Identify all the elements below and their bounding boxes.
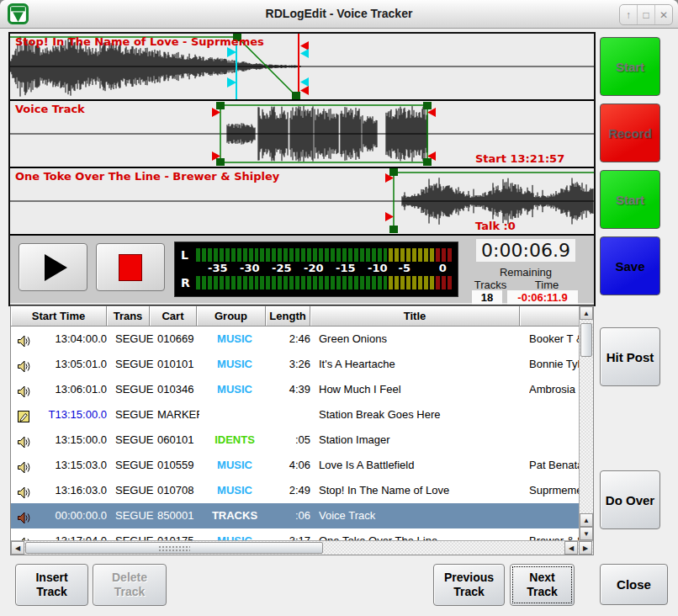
row-start-time: 00:00:00.0	[34, 503, 107, 528]
start-track3-button[interactable]: Start	[600, 170, 660, 229]
scroll-left-icon[interactable]: ◀	[11, 541, 24, 555]
time-remaining-value: -0:06:11.9	[507, 290, 578, 305]
row-artist: Suprmemes	[529, 478, 580, 503]
voice-tracker-panel: Stop! In The Name of Love - Suprmemes Vo…	[8, 32, 596, 306]
track-3-title: One Toke Over The Line - Brewer & Shiple…	[15, 170, 279, 183]
table-row[interactable]: 00:00:00.0 SEGUE 850001 TRACKS :06 Voice…	[11, 503, 580, 528]
row-type-icon	[17, 327, 34, 352]
hscroll-thumb[interactable]	[25, 542, 323, 554]
record-button[interactable]: Record	[600, 104, 660, 162]
row-cart: 060101	[157, 427, 199, 453]
window-shade-button[interactable]: ↑	[620, 5, 638, 24]
column-header-cart[interactable]: Cart	[150, 306, 197, 327]
row-type-icon	[17, 427, 34, 453]
horizontal-scrollbar[interactable]: ◀ ◀ ▶	[11, 540, 593, 555]
scroll-right-icon[interactable]: ▶	[579, 541, 592, 555]
table-row[interactable]: 13:16:03.0 SEGUE 010708 MUSIC 2:49 Stop!…	[11, 478, 580, 503]
row-length: 4:06	[263, 453, 310, 478]
close-button[interactable]: Close	[600, 564, 668, 605]
delete-track-button[interactable]: DeleteTrack	[93, 564, 167, 606]
stop-button[interactable]	[96, 243, 165, 291]
row-title: One Toke Over The Line	[319, 528, 526, 540]
row-cart: 010346	[157, 377, 199, 402]
start-track1-button[interactable]: Start	[600, 37, 660, 96]
vscroll-thumb[interactable]	[580, 323, 592, 357]
table-row[interactable]: 13:05:01.0 SEGUE 010101 MUSIC 3:26 It's …	[11, 352, 580, 377]
row-artist: Bonnie Tyle	[529, 352, 580, 377]
column-header-title[interactable]: Title	[310, 306, 520, 327]
time-remaining-label: Time	[513, 279, 580, 291]
row-start-time: T13:15:00.0	[34, 402, 107, 427]
row-length: 4:39	[263, 377, 310, 402]
row-group: IDENTS	[200, 427, 269, 453]
column-header-group[interactable]: Group	[197, 306, 266, 327]
row-group: MUSIC	[200, 352, 269, 377]
next-track-button[interactable]: NextTrack	[510, 564, 575, 606]
row-cart: 010175	[157, 528, 199, 540]
vu-left-label: L	[181, 248, 194, 262]
row-type-icon	[17, 402, 34, 427]
rdlogedit-voice-tracker-window: RDLogEdit - Voice Tracker ↑ □ ✕	[0, 0, 678, 616]
column-header-artist[interactable]	[520, 306, 580, 327]
row-trans: SEGUE	[115, 503, 156, 528]
row-artist	[529, 427, 580, 453]
log-event-table: Start Time Trans Cart Group Length Title…	[10, 305, 594, 555]
waveform-track-voice[interactable]: Voice Track Start 13:21:57	[10, 101, 594, 168]
row-start-time: 13:16:03.0	[34, 478, 107, 503]
row-trans: SEGUE	[115, 528, 156, 540]
tracks-remaining-value: 18	[472, 290, 502, 305]
row-group: MUSIC	[200, 377, 269, 402]
scroll-down-icon[interactable]: ▼	[580, 527, 593, 540]
row-group: TRACKS	[200, 503, 269, 528]
play-button[interactable]	[19, 243, 87, 291]
vertical-scrollbar[interactable]: ▲ ▲ ▼	[579, 306, 593, 540]
table-row[interactable]: 13:15:03.0 SEGUE 010559 MUSIC 4:06 Love …	[11, 453, 580, 478]
marker-note-icon	[17, 410, 31, 424]
scroll-up2-icon[interactable]: ▲	[580, 513, 593, 527]
row-title: It's A Heartache	[319, 352, 526, 377]
row-trans: SEGUE	[115, 427, 156, 453]
column-header-length[interactable]: Length	[266, 306, 310, 327]
tracks-remaining-label: Tracks	[464, 279, 516, 291]
waveform-track-incoming[interactable]: One Toke Over The Line - Brewer & Shiple…	[10, 168, 594, 236]
titlebar[interactable]: RDLogEdit - Voice Tracker ↑ □ ✕	[0, 0, 678, 29]
insert-track-button[interactable]: InsertTrack	[15, 564, 88, 606]
save-button[interactable]: Save	[600, 236, 660, 295]
do-over-button[interactable]: Do Over	[600, 470, 660, 529]
row-trans: SEGUE	[115, 352, 156, 377]
hit-post-button[interactable]: Hit Post	[600, 327, 660, 386]
row-title: Stop! In The Name of Love	[319, 478, 526, 503]
row-trans: SEGUE	[115, 453, 156, 478]
row-length: 3:26	[263, 352, 310, 377]
row-type-icon	[17, 377, 34, 402]
vu-left-bar	[196, 248, 452, 262]
row-artist: Brewer & S	[529, 528, 580, 540]
column-header-start-time[interactable]: Start Time	[11, 306, 107, 327]
vu-right-bar	[196, 276, 452, 289]
row-group	[200, 402, 269, 427]
column-header-trans[interactable]: Trans	[107, 306, 150, 327]
table-row[interactable]: T13:15:00.0 SEGUE MARKER Station Break G…	[11, 402, 580, 427]
window-controls: ↑ □ ✕	[619, 4, 673, 25]
window-close-button[interactable]: ✕	[655, 5, 672, 24]
row-cart: 010559	[157, 453, 199, 478]
row-start-time: 13:15:00.0	[34, 427, 107, 453]
row-start-time: 13:15:03.0	[34, 453, 107, 478]
row-length: 3:17	[263, 528, 310, 540]
table-row[interactable]: 13:17:04.0 SEGUE 010175 MUSIC 3:17 One T…	[11, 528, 580, 540]
table-row[interactable]: 13:15:00.0 SEGUE 060101 IDENTS :05 Stati…	[11, 427, 580, 453]
row-length: :05	[263, 427, 310, 453]
table-row[interactable]: 13:06:01.0 SEGUE 010346 MUSIC 4:39 How M…	[11, 377, 580, 402]
waveform-track-outgoing[interactable]: Stop! In The Name of Love - Suprmemes	[10, 34, 594, 101]
scroll-left2-icon[interactable]: ◀	[564, 541, 578, 555]
scroll-up-icon[interactable]: ▲	[580, 306, 593, 320]
speaker-icon	[17, 385, 31, 399]
row-artist: Booker T &	[529, 327, 580, 352]
row-title: Green Onions	[319, 327, 526, 352]
speaker-icon	[17, 460, 31, 475]
table-row[interactable]: 13:04:00.0 SEGUE 010669 MUSIC 2:46 Green…	[11, 327, 580, 352]
row-title: Love Is A Battlefield	[319, 453, 526, 478]
row-type-icon	[17, 478, 34, 503]
window-maximize-button[interactable]: □	[638, 5, 655, 24]
previous-track-button[interactable]: PreviousTrack	[433, 564, 505, 606]
